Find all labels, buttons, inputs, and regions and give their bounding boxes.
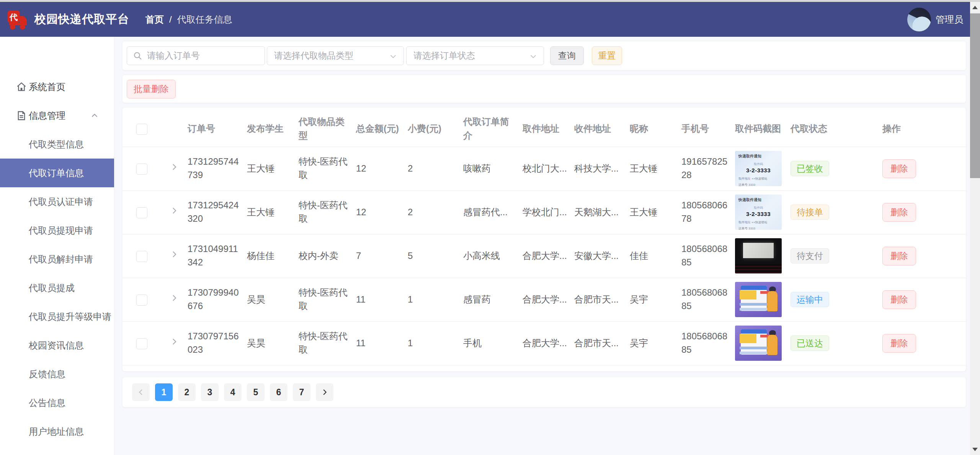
delete-button[interactable]: 删除 [882, 247, 916, 265]
order-status-select[interactable]: 请选择订单状态 [406, 46, 544, 65]
orders-table-card: 订单号 发布学生 代取物品类型 总金额(元) 小费(元) 代取订单简介 取件地址… [122, 108, 966, 371]
batch-delete-button[interactable]: 批量删除 [127, 80, 176, 98]
sidebar-group-user-info[interactable]: 用户信息 [0, 446, 114, 455]
sidebar-group-info-management[interactable]: 信息管理 [0, 101, 114, 130]
sidebar-item-label: 反馈信息 [29, 368, 65, 380]
pagination-page-button[interactable]: 5 [247, 383, 265, 401]
sidebar-item-home[interactable]: 系统首页 [0, 72, 114, 101]
table-row: 1731049911342 杨佳佳 校内-外卖 7 5 小高米线 合肥大学...… [122, 234, 966, 278]
sidebar-item-announcement-info[interactable]: 公告信息 [0, 388, 114, 417]
sidebar-item-label: 公告信息 [29, 397, 65, 409]
illustration-thumbnail[interactable] [735, 326, 782, 361]
pagination-page-button[interactable]: 4 [224, 383, 242, 401]
pagination-page-button[interactable]: 3 [201, 383, 219, 401]
scrollbar-thumb[interactable] [970, 13, 980, 178]
sidebar-item-label: 校园资讯信息 [29, 339, 84, 352]
app-header: 代 校园快递代取平台 首页 / 代取任务信息 管理员 [0, 2, 980, 37]
app-title: 校园快递代取平台 [34, 11, 129, 27]
order-number-search-input[interactable] [127, 46, 265, 65]
row-checkbox[interactable] [136, 251, 147, 262]
breadcrumb-separator: / [169, 14, 172, 25]
row-checkbox[interactable] [136, 295, 147, 306]
pagination-page-button[interactable]: 1 [155, 383, 173, 401]
sidebar-item-agent-auth-apply[interactable]: 代取员认证申请 [0, 187, 114, 216]
user-name: 管理员 [936, 13, 963, 26]
pagination-page-button[interactable]: 6 [270, 383, 287, 401]
delete-button[interactable]: 删除 [882, 203, 916, 222]
sidebar-group-label: 信息管理 [29, 110, 65, 122]
delete-button[interactable]: 删除 [882, 159, 916, 178]
sidebar-item-agent-withdraw-apply[interactable]: 代取员提现申请 [0, 216, 114, 245]
sidebar-item-label: 系统首页 [29, 81, 65, 93]
sidebar-item-agent-commission[interactable]: 代取员提成 [0, 273, 114, 302]
sidebar-item-campus-news[interactable]: 校园资讯信息 [0, 331, 114, 360]
table-row: 1731295744739 王大锤 特快-医药代取 12 2 咳嗽药 校北门大.… [122, 147, 966, 190]
orders-table: 订单号 发布学生 代取物品类型 总金额(元) 小费(元) 代取订单简介 取件地址… [122, 111, 966, 365]
reset-button[interactable]: 重置 [592, 46, 622, 65]
scrollbar-down-arrow-icon[interactable] [972, 448, 978, 451]
sidebar-nav: 系统首页 信息管理 代取类型信息 代取订单信息 代取员认证申请 代取员提现申请 … [0, 37, 114, 455]
chevron-up-icon [90, 111, 99, 120]
illustration-thumbnail[interactable] [735, 282, 782, 317]
sidebar-item-label: 代取员提升等级申请 [29, 311, 111, 323]
select-all-checkbox[interactable] [136, 124, 147, 135]
pickup-code-screenshot[interactable]: 快递取件通知 取件码 3-2-3333 取件地址 ××快递驿站 运单号 3333 [735, 151, 782, 186]
pickup-code-screenshot[interactable]: 快递取件通知 取件码 3-2-3333 取件地址 ××快递驿站 运单号 3333 [735, 195, 782, 230]
expand-row-icon[interactable] [170, 206, 179, 215]
expand-row-icon[interactable] [170, 293, 179, 303]
sidebar-item-feedback-info[interactable]: 反馈信息 [0, 360, 114, 388]
status-badge: 待接单 [791, 205, 829, 220]
window-edge-strip [0, 0, 980, 2]
breadcrumb-current: 代取任务信息 [177, 13, 232, 26]
table-row: 1731295424320 王大锤 特快-医药代取 12 2 感冒药代... 学… [122, 190, 966, 234]
table-header-row: 订单号 发布学生 代取物品类型 总金额(元) 小费(元) 代取订单简介 取件地址… [122, 111, 966, 147]
pagination-next-button[interactable] [316, 383, 333, 401]
sidebar-item-label: 代取员认证申请 [29, 196, 93, 208]
main-content: 请选择代取物品类型 请选择订单状态 查询 重置 批量删除 [114, 37, 970, 455]
sidebar-item-agent-unban-apply[interactable]: 代取员解封申请 [0, 245, 114, 273]
sidebar-item-pickup-order-info[interactable]: 代取订单信息 [0, 159, 114, 187]
vertical-scrollbar[interactable] [970, 2, 980, 455]
delete-button[interactable]: 删除 [882, 290, 916, 309]
filter-bar: 请选择代取物品类型 请选择订单状态 查询 重置 [122, 41, 966, 70]
pagination: 1 2 3 4 5 6 7 [122, 377, 966, 407]
scrollbar-up-arrow-icon[interactable] [972, 6, 978, 9]
search-button[interactable]: 查询 [550, 46, 584, 65]
sidebar-item-label: 代取员提成 [29, 282, 75, 294]
sidebar-item-label: 用户地址信息 [29, 426, 84, 438]
batch-toolbar: 批量删除 [122, 75, 966, 103]
home-icon [16, 81, 28, 93]
status-badge: 已签收 [791, 161, 829, 176]
sidebar-item-user-address-info[interactable]: 用户地址信息 [0, 417, 114, 446]
expand-row-icon[interactable] [170, 250, 179, 259]
breadcrumb-home-link[interactable]: 首页 [145, 13, 164, 26]
sidebar-item-label: 代取订单信息 [29, 167, 84, 179]
breadcrumb: 首页 / 代取任务信息 [145, 13, 232, 26]
status-badge: 待支付 [791, 248, 829, 264]
status-badge: 运输中 [791, 292, 829, 307]
row-checkbox[interactable] [136, 207, 147, 218]
chevron-down-icon [389, 52, 397, 61]
document-icon [16, 110, 28, 121]
chevron-down-icon [529, 52, 537, 61]
expand-row-icon[interactable] [170, 337, 179, 346]
pagination-page-button[interactable]: 2 [178, 383, 196, 401]
search-icon [133, 51, 142, 61]
sidebar-item-label: 代取员解封申请 [29, 253, 93, 265]
svg-text:代: 代 [9, 13, 18, 21]
table-row: 1730797156023 吴昊 特快-医药代取 11 1 手机 合肥大学...… [122, 321, 966, 365]
delete-button[interactable]: 删除 [882, 334, 916, 353]
sidebar-item-label: 代取员提现申请 [29, 224, 93, 237]
user-avatar[interactable] [907, 8, 931, 31]
pagination-page-button[interactable]: 7 [293, 383, 310, 401]
expand-row-icon[interactable] [170, 162, 179, 172]
table-row: 1730799940676 吴昊 特快-医药代取 11 1 感冒药 合肥大学..… [122, 278, 966, 321]
row-checkbox[interactable] [136, 164, 147, 175]
item-type-select[interactable]: 请选择代取物品类型 [267, 46, 404, 65]
cinema-photo-thumbnail[interactable] [735, 238, 782, 273]
row-checkbox[interactable] [136, 338, 147, 349]
sidebar-item-agent-level-up-apply[interactable]: 代取员提升等级申请 [0, 302, 114, 331]
status-badge: 已送达 [791, 336, 829, 351]
pagination-prev-button[interactable] [132, 383, 150, 401]
sidebar-item-pickup-type-info[interactable]: 代取类型信息 [0, 130, 114, 159]
